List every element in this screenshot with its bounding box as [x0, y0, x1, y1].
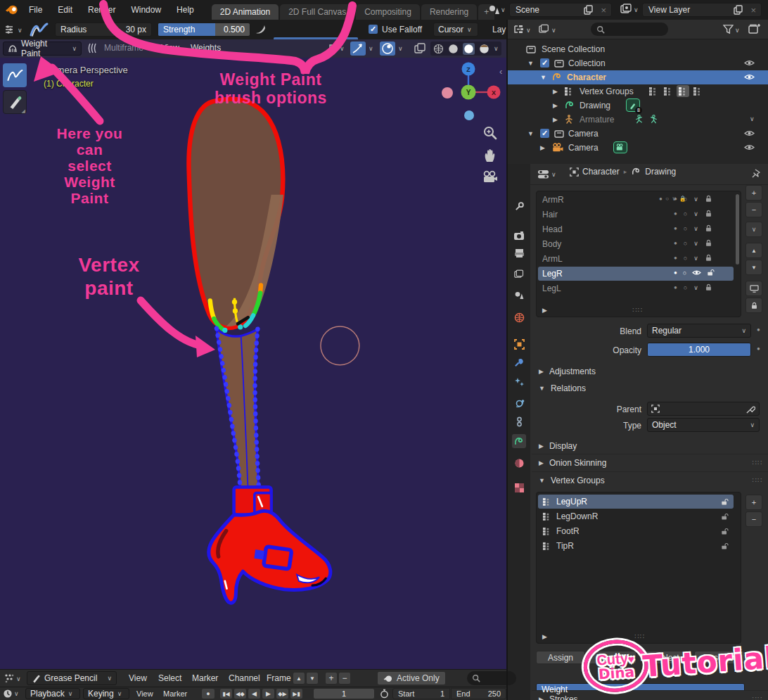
tab-texture-icon[interactable] — [512, 481, 526, 495]
expand-triangle-icon[interactable]: ▶ — [553, 88, 558, 95]
expand-triangle-icon[interactable]: ▶ — [553, 116, 558, 123]
shading-solid-icon[interactable] — [448, 44, 459, 54]
list-expand-icon[interactable]: ▶ — [542, 307, 547, 314]
blend-animate-dot[interactable]: ● — [757, 326, 760, 333]
tab-render-icon[interactable] — [512, 229, 526, 243]
expand-triangle-icon[interactable]: ▶ — [540, 144, 545, 151]
magnet-snap-icon[interactable] — [328, 43, 338, 53]
view-layer-remove-icon[interactable]: × — [750, 5, 756, 15]
outliner-row-camera-object[interactable]: ▶ Camera — [508, 141, 768, 155]
frame-start-field[interactable]: Start 1 — [392, 688, 450, 699]
tool-presets-chevron-icon[interactable]: ∨ — [18, 27, 23, 34]
tab-effects-icon[interactable] — [512, 375, 526, 389]
keying-dropdown[interactable]: Keying∨ — [83, 688, 129, 699]
tool-presets-icon[interactable] — [4, 24, 17, 35]
vg-row-legdownr[interactable]: LegDownR — [538, 509, 734, 523]
unlock-icon[interactable] — [721, 528, 729, 535]
vertex-group-icon[interactable] — [648, 87, 658, 96]
current-frame-field[interactable]: 1 — [313, 688, 375, 699]
expand-triangle-icon[interactable]: ▶ — [553, 102, 558, 109]
row-chevron-icon[interactable]: ∨ — [750, 115, 755, 122]
scene-unlink-icon[interactable]: × — [601, 5, 606, 15]
jump-to-end-button[interactable]: ▶▮ — [290, 688, 303, 699]
layers-scrollbar[interactable] — [736, 194, 739, 265]
menu-window[interactable]: Window — [123, 0, 169, 20]
viewport-menu-weights[interactable]: Weights — [183, 39, 229, 57]
scene-name-field[interactable]: Scene × — [509, 3, 612, 17]
layer-icons[interactable]: ● ○ ∨ 🔒 — [659, 196, 686, 202]
new-collection-icon[interactable] — [748, 23, 760, 34]
view-layer-browse-chevron-icon[interactable]: ∨ — [634, 6, 639, 13]
pose-icon[interactable] — [634, 114, 644, 125]
outliner-row-collection[interactable]: ▼ ✓ Collection — [508, 56, 768, 70]
timeline-editor-chevron-icon[interactable]: ∨ — [14, 690, 19, 697]
opacity-slider[interactable]: 1.000 — [647, 343, 751, 357]
adjustments-panel-header[interactable]: ▶Adjustments — [539, 367, 596, 376]
frame-end-field[interactable]: End 250 — [451, 688, 506, 699]
list-expand-icon[interactable]: ▶ — [542, 633, 547, 640]
overlays-icon[interactable] — [414, 42, 426, 54]
outliner-display-mode-icon[interactable] — [513, 25, 524, 34]
parent-field[interactable] — [647, 402, 760, 416]
layer-move-up-button[interactable]: ▲ — [745, 243, 762, 258]
menu-render[interactable]: Render — [80, 0, 123, 20]
vg-row-footr[interactable]: FootR — [538, 524, 734, 538]
hide-eye-icon[interactable] — [744, 129, 755, 138]
list-resize-grip[interactable]: ∷∷ — [632, 306, 643, 314]
use-falloff-checkbox[interactable]: ✓ — [369, 25, 378, 34]
timeline-menu-view[interactable]: View — [136, 689, 153, 698]
vg-row-legupr[interactable]: LegUpR — [538, 495, 734, 509]
scene-browse-chevron-icon[interactable]: ∨ — [501, 6, 506, 13]
view-layer-copy-icon[interactable] — [734, 5, 743, 15]
shading-material-icon[interactable] — [463, 43, 475, 55]
unlock-icon[interactable] — [721, 542, 729, 550]
unlock-icon[interactable] — [721, 513, 729, 521]
stopwatch-icon[interactable] — [380, 689, 389, 699]
record-button[interactable]: ● — [201, 688, 215, 699]
play-reverse-button[interactable]: ◀ — [248, 688, 261, 699]
strength-slider[interactable]: Strength 0.500 — [158, 23, 250, 37]
dopesheet-menu-view[interactable]: View — [121, 668, 155, 688]
active-only-toggle[interactable]: Active Only — [377, 671, 446, 685]
tab-material-icon[interactable] — [512, 456, 526, 470]
outliner-row-vertex-groups[interactable]: ▶ Vertex Groups — [508, 84, 768, 98]
onion-skinning-panel-header[interactable]: ▶Onion Skinning ∷∷ — [532, 454, 768, 471]
breadcrumb-data[interactable]: Drawing — [631, 167, 676, 177]
workspace-tab-rendering[interactable]: Rendering — [421, 4, 477, 20]
zoom-out-button[interactable]: − — [338, 672, 351, 685]
timeline-menu-marker[interactable]: Marker — [163, 689, 187, 698]
expand-triangle-icon[interactable]: ▼ — [527, 130, 534, 137]
display-panel-header[interactable]: ▶Display — [539, 441, 577, 451]
falloff-chevron-icon[interactable]: ∨ — [398, 45, 403, 52]
vg-row-tipr[interactable]: TipR — [538, 539, 734, 553]
pan-hand-button[interactable] — [482, 148, 498, 163]
outliner-row-camera-collection[interactable]: ▼ ✓ Camera — [508, 127, 768, 141]
outliner-row-character[interactable]: ▼ Character — [508, 70, 768, 84]
camera-view-button[interactable] — [482, 170, 499, 184]
pressure-icon[interactable] — [255, 24, 267, 35]
draw-tool-button[interactable] — [3, 63, 27, 87]
breadcrumb-object[interactable]: Character — [570, 167, 620, 177]
tab-output-icon[interactable] — [512, 246, 526, 260]
proportional-chevron-icon[interactable]: ∨ — [369, 45, 373, 52]
outliner-search-field[interactable] — [591, 23, 668, 36]
collection-checkbox[interactable]: ✓ — [540, 58, 549, 68]
shading-rendered-icon[interactable] — [479, 44, 489, 54]
zoom-in-button[interactable]: + — [325, 672, 338, 685]
radius-field[interactable]: Radius 30 px — [55, 23, 152, 37]
layer-remove-button[interactable]: − — [745, 202, 762, 217]
tab-view-layer-icon[interactable] — [512, 267, 526, 281]
dopesheet-mode-dropdown[interactable]: Grease Pencil∨ — [27, 671, 117, 685]
channel-up-button[interactable]: ▲ — [293, 672, 305, 685]
dopesheet-editor-chevron-icon[interactable]: ∨ — [16, 675, 21, 682]
menu-help[interactable]: Help — [169, 0, 202, 20]
zoom-button[interactable] — [482, 125, 498, 141]
workspace-tab-2d-animation[interactable]: 2D Animation — [212, 4, 279, 20]
menu-file[interactable]: File — [21, 0, 50, 20]
falloff-icon[interactable] — [380, 42, 395, 56]
tab-scene-icon[interactable] — [512, 288, 526, 303]
outliner-row-scene-collection[interactable]: Scene Collection — [508, 42, 768, 56]
filter-chevron-icon[interactable]: ∨ — [735, 27, 740, 34]
camera-collection-checkbox[interactable]: ✓ — [540, 129, 549, 138]
vertex-group-add-button[interactable]: + — [745, 495, 762, 510]
